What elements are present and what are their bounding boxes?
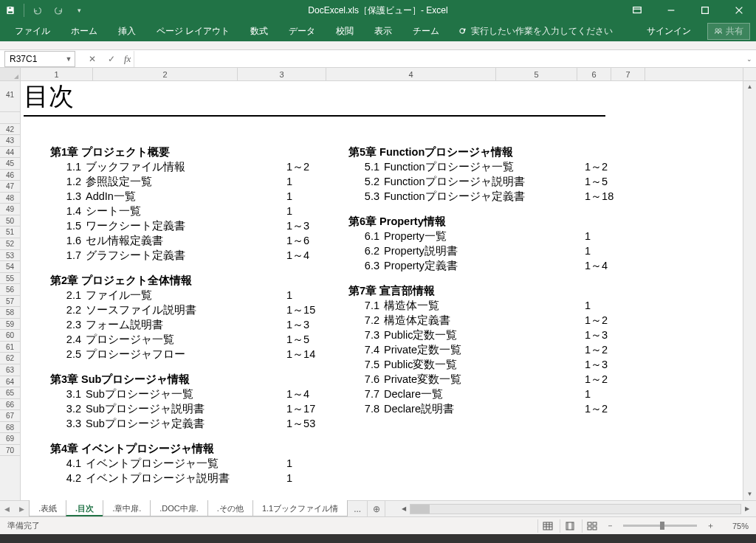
page-layout-view-button[interactable] <box>560 519 579 533</box>
maximize-button[interactable] <box>688 0 722 21</box>
row-header[interactable]: 50 <box>0 215 20 227</box>
row-header[interactable]: 68 <box>0 422 20 434</box>
minimize-button[interactable] <box>654 0 688 21</box>
row-header[interactable]: 64 <box>0 376 20 388</box>
row-header[interactable]: 60 <box>0 330 20 342</box>
toc-item: 7.6Private変数一覧1～2 <box>348 372 629 387</box>
zoom-out-button[interactable]: － <box>604 520 616 531</box>
normal-view-button[interactable] <box>537 519 557 533</box>
row-header[interactable]: 51 <box>0 226 20 238</box>
name-box[interactable]: R37C1 ▼ <box>4 51 75 67</box>
status-ready: 準備完了 <box>0 520 40 531</box>
ribbon-tab-チーム[interactable]: チーム <box>402 21 450 41</box>
scroll-down-arrow[interactable]: ▼ <box>743 488 756 500</box>
row-header[interactable]: 47 <box>0 181 20 193</box>
row-header[interactable]: 45 <box>0 158 20 170</box>
row-header[interactable]: 63 <box>0 364 20 376</box>
row-header[interactable]: 52 <box>0 238 20 250</box>
sheet-tab[interactable]: .表紙 <box>29 500 66 516</box>
sheet-tab[interactable]: .章中扉. <box>103 500 151 516</box>
tell-me[interactable]: 実行したい作業を入力してください <box>457 25 613 38</box>
row-header[interactable]: 59 <box>0 319 20 331</box>
row-header[interactable]: 61 <box>0 342 20 353</box>
column-header[interactable]: 4 <box>326 68 496 80</box>
row-header[interactable]: 69 <box>0 433 20 445</box>
ribbon-tab-表示[interactable]: 表示 <box>364 21 402 41</box>
ribbon-tab-数式[interactable]: 数式 <box>240 21 278 41</box>
horizontal-scrollbar[interactable]: ◀ ▶ <box>395 501 756 516</box>
page-break-view-button[interactable] <box>582 519 601 533</box>
row-header[interactable]: 54 <box>0 261 20 273</box>
select-all[interactable] <box>0 68 21 80</box>
add-sheet-button[interactable]: ⊕ <box>367 501 385 516</box>
row-header[interactable]: 57 <box>0 296 20 308</box>
row-header[interactable]: 43 <box>0 135 20 147</box>
sheet-tab[interactable]: .その他 <box>207 500 253 516</box>
row-header[interactable]: 44 <box>0 147 20 159</box>
formula-input[interactable] <box>134 51 743 67</box>
ribbon-tab-データ[interactable]: データ <box>278 21 326 41</box>
sheet-tab[interactable]: .目次 <box>66 500 103 516</box>
sheet-tab-nav[interactable]: ◀▶ <box>0 501 30 516</box>
row-header[interactable]: 49 <box>0 204 20 215</box>
close-button[interactable] <box>722 0 756 21</box>
svg-rect-23 <box>593 522 597 525</box>
zoom-slider[interactable] <box>623 525 697 527</box>
column-header[interactable]: 7 <box>611 68 645 80</box>
sheet-tab-bar: ◀▶ .表紙.目次.章中扉..DOC中扉..その他1.1ブックファイル情 ...… <box>0 500 756 516</box>
svg-rect-2 <box>8 11 13 14</box>
toc-chapter: 第1章 プロジェクト概要 <box>50 145 331 159</box>
sheet-tab[interactable]: .DOC中扉. <box>150 500 208 516</box>
redo-button[interactable] <box>48 0 69 21</box>
toc-item: 3.1Subプロシージャ一覧1～4 <box>50 387 331 401</box>
name-box-dropdown[interactable]: ▼ <box>63 55 75 63</box>
column-header[interactable]: 1 <box>21 68 93 80</box>
row-header[interactable]: 58 <box>0 307 20 319</box>
row-header[interactable]: 62 <box>0 353 20 364</box>
worksheet-cells[interactable]: 目次 第1章 プロジェクト概要1.1ブックファイル情報1～21.2参照設定一覧1… <box>21 81 743 500</box>
row-header[interactable]: 41 <box>0 81 20 112</box>
qat-customize[interactable]: ▾ <box>69 0 89 21</box>
toc-item: 1.1ブックファイル情報1～2 <box>50 159 331 174</box>
zoom-in-button[interactable]: ＋ <box>704 520 716 531</box>
cancel-formula-button[interactable]: ✕ <box>83 51 102 67</box>
row-header[interactable]: 42 <box>0 124 20 136</box>
column-header[interactable]: 2 <box>93 68 238 80</box>
sheet-tab[interactable]: 1.1ブックファイル情 <box>252 500 348 516</box>
more-sheets[interactable]: ... <box>348 501 367 516</box>
zoom-level[interactable]: 75% <box>719 522 749 530</box>
row-header[interactable]: 53 <box>0 250 20 262</box>
enter-formula-button[interactable]: ✓ <box>102 51 121 67</box>
row-header[interactable]: 66 <box>0 399 20 411</box>
toc-right-column: 第5章 Functionプロシージャ情報5.1Functionプロシージャ一覧1… <box>348 134 629 416</box>
scroll-left-arrow[interactable]: ◀ <box>398 505 410 512</box>
column-header[interactable]: 5 <box>496 68 577 80</box>
row-header[interactable]: 65 <box>0 387 20 399</box>
vertical-scrollbar[interactable]: ▲ ▼ <box>743 81 756 500</box>
save-button[interactable] <box>0 0 21 21</box>
ribbon-tab-挿入[interactable]: 挿入 <box>108 21 146 41</box>
scroll-up-arrow[interactable]: ▲ <box>743 81 756 93</box>
sign-in[interactable]: サインイン <box>636 25 701 38</box>
fx-icon[interactable]: fx <box>121 53 134 65</box>
row-header[interactable]: · <box>0 112 20 124</box>
scroll-right-arrow[interactable]: ▶ <box>741 505 753 512</box>
ribbon-tab-ホーム[interactable]: ホーム <box>61 21 108 41</box>
expand-formula-bar[interactable]: ⌄ <box>743 55 756 63</box>
ribbon-tab-校閲[interactable]: 校閲 <box>326 21 364 41</box>
ribbon-display-options[interactable] <box>620 0 654 21</box>
row-header[interactable]: 70 <box>0 445 20 457</box>
row-header[interactable]: 55 <box>0 273 20 285</box>
row-header[interactable]: 46 <box>0 170 20 181</box>
toc-chapter: 第3章 Subプロシージャ情報 <box>50 372 331 387</box>
undo-button[interactable] <box>27 0 48 21</box>
row-header[interactable]: 56 <box>0 284 20 296</box>
share-button[interactable]: 共有 <box>707 23 750 40</box>
row-header[interactable]: 67 <box>0 410 20 422</box>
ribbon-tab-ファイル[interactable]: ファイル <box>4 21 61 41</box>
ribbon-tab-ページ レイアウト[interactable]: ページ レイアウト <box>146 21 240 41</box>
column-header[interactable]: 3 <box>238 68 326 80</box>
tab-splitter[interactable] <box>385 501 395 516</box>
row-header[interactable]: 48 <box>0 193 20 204</box>
column-header[interactable]: 6 <box>577 68 611 80</box>
